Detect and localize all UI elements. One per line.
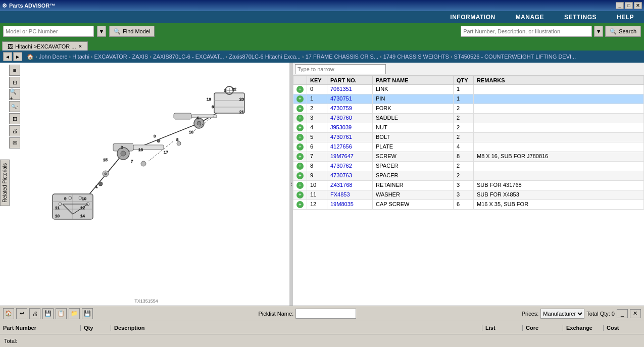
prices-select[interactable]: Manufacturer <box>540 309 584 319</box>
tab-icon: 🖼 <box>8 43 13 49</box>
svg-text:21: 21 <box>239 110 244 114</box>
find-model-button[interactable]: 🔍 Find Model <box>109 26 155 37</box>
model-input[interactable] <box>3 26 94 37</box>
part-remarks: SUB FOR 431768 <box>474 181 644 190</box>
narrow-input[interactable] <box>295 64 386 74</box>
part-number-link[interactable]: 4730761 <box>330 134 352 140</box>
nav-forward-button[interactable]: ► <box>13 52 22 61</box>
breadcrumb-johndeere[interactable]: John Deere <box>39 54 68 60</box>
bottom-btn-2[interactable]: ↩ <box>16 308 27 319</box>
part-number-link[interactable]: FX4853 <box>330 191 350 197</box>
bottom-btn-7[interactable]: 💾 <box>82 308 93 319</box>
main-tab[interactable]: 🖼 Hitachi >EXCAVATOR ... ✕ <box>2 41 88 51</box>
add-part-button[interactable]: + <box>296 143 304 151</box>
menu-help[interactable]: HELP <box>617 14 634 21</box>
toolbar: ▼ 🔍 Find Model ▼ 🔍 Search <box>0 23 644 39</box>
tab-close-button[interactable]: ✕ <box>78 44 82 49</box>
part-number-link[interactable]: 4730763 <box>330 172 352 178</box>
part-name: SPACER <box>373 171 454 181</box>
part-key: 7 <box>307 152 327 162</box>
col-header-add <box>293 76 307 85</box>
menu-settings[interactable]: SETTINGS <box>564 14 597 21</box>
svg-text:5: 5 <box>224 88 227 93</box>
parts-table-container[interactable]: KEY PART NO. PART NAME QTY REMARKS +0706… <box>293 76 644 306</box>
total-qty: Total Qty: 0 <box>586 311 615 317</box>
part-key: 5 <box>307 133 327 142</box>
breadcrumb-weights[interactable]: 1749 CHASSIS WEIGHTS <box>383 54 449 60</box>
part-name: NUT <box>373 123 454 133</box>
add-part-button[interactable]: + <box>296 95 304 103</box>
diagram-print-btn[interactable]: 🖨 <box>9 125 20 136</box>
bottom-btn-5[interactable]: 📋 <box>56 308 67 319</box>
related-pictorials-button[interactable]: Related Pictorials <box>0 160 10 206</box>
breadcrumb-st450526[interactable]: ST450526 - COUNTERWEIGHT LIFTING DEVI... <box>454 54 576 60</box>
diagram-email-btn[interactable]: ✉ <box>9 137 20 148</box>
svg-text:22: 22 <box>232 87 236 91</box>
bottom-btn-3[interactable]: 🖨 <box>29 308 40 319</box>
add-part-button[interactable]: + <box>296 105 304 112</box>
part-qty: 2 <box>454 104 474 114</box>
part-number-link[interactable]: 4127656 <box>330 143 352 150</box>
svg-text:20: 20 <box>239 97 244 102</box>
add-part-button[interactable]: + <box>296 191 304 199</box>
window-minimize-btn[interactable]: _ <box>617 309 628 318</box>
part-number-link[interactable]: 4730760 <box>330 115 352 121</box>
diagram-fit-btn[interactable]: ⊡ <box>9 77 20 88</box>
add-part-button[interactable]: + <box>296 124 304 131</box>
part-number-link[interactable]: J953039 <box>330 124 352 130</box>
add-part-button[interactable]: + <box>296 153 304 160</box>
diagram-zoom-in-btn[interactable]: 🔍+ <box>9 89 20 100</box>
maximize-button[interactable]: □ <box>625 2 633 9</box>
search-button[interactable]: 🔍 Search <box>605 26 641 37</box>
bottom-btn-6[interactable]: 📁 <box>69 308 80 319</box>
part-number-link[interactable]: 7061351 <box>330 86 352 92</box>
bottom-btn-4[interactable]: 💾 <box>42 308 54 319</box>
part-number-link[interactable]: 4730759 <box>330 105 352 111</box>
breadcrumb-home[interactable]: 🏠 <box>27 54 34 60</box>
panel-splitter[interactable]: ⋮ <box>289 63 292 306</box>
part-qty: 2 <box>454 114 474 123</box>
model-dropdown-button[interactable]: ▼ <box>97 26 106 37</box>
breadcrumb-excavator[interactable]: EXCAVATOR - ZAXIS <box>94 54 148 60</box>
minimize-button[interactable]: _ <box>616 2 624 9</box>
breadcrumb-hitachi[interactable]: Hitachi <box>72 54 89 60</box>
svg-text:7: 7 <box>131 159 133 164</box>
part-number-link[interactable]: 19M7647 <box>330 153 354 159</box>
nav-back-button[interactable]: ◄ <box>3 52 12 61</box>
search-input[interactable] <box>461 26 592 37</box>
add-part-button[interactable]: + <box>296 86 304 93</box>
svg-text:11: 11 <box>55 206 60 210</box>
part-number-link[interactable]: 4730762 <box>330 163 352 169</box>
menu-information[interactable]: INFORMATION <box>450 14 495 21</box>
add-part-button[interactable]: + <box>296 115 304 122</box>
part-number-link[interactable]: 19M8035 <box>330 201 354 207</box>
diagram-fit2-btn[interactable]: ⊞ <box>9 113 20 124</box>
prices-label: Prices: <box>522 311 539 317</box>
add-part-button[interactable]: + <box>296 201 304 208</box>
svg-point-25 <box>177 141 181 145</box>
add-part-button[interactable]: + <box>296 163 304 170</box>
svg-text:15: 15 <box>103 158 108 162</box>
svg-text:16: 16 <box>138 147 143 152</box>
close-button[interactable]: ✕ <box>634 2 642 9</box>
app-title: Parts ADVISOR™ <box>9 3 55 9</box>
picklist-name-input[interactable] <box>295 309 356 319</box>
diagram-zoom-out-btn[interactable]: 🔍- <box>9 101 20 112</box>
part-number-link[interactable]: 4730751 <box>330 95 352 102</box>
search-dropdown-button[interactable]: ▼ <box>594 26 603 37</box>
part-qty: 8 <box>454 152 474 162</box>
window-close-btn[interactable]: ✕ <box>630 309 641 318</box>
picklist-columns-header: Part Number Qty Description List Core Ex… <box>0 321 644 334</box>
picklist-col-description: Description <box>111 325 482 331</box>
breadcrumb-hitachi-exca[interactable]: Zaxis870LC-6 Hitachi Exca... <box>229 54 301 60</box>
breadcrumb-frame[interactable]: 17 FRAME CHASSIS OR S... <box>306 54 378 60</box>
diagram-scroll-btn[interactable]: ≡ <box>9 65 20 76</box>
bottom-btn-1[interactable]: 🏠 <box>3 308 14 319</box>
part-number-link[interactable]: Z431768 <box>330 182 352 188</box>
breadcrumb-zaxis870[interactable]: ZAXIS870LC-6 - EXCAVAT... <box>153 54 224 60</box>
add-part-button[interactable]: + <box>296 134 304 141</box>
status-bar: Total: <box>0 334 644 347</box>
menu-manage[interactable]: MANAGE <box>516 14 544 21</box>
add-part-button[interactable]: + <box>296 182 304 189</box>
add-part-button[interactable]: + <box>296 172 304 179</box>
